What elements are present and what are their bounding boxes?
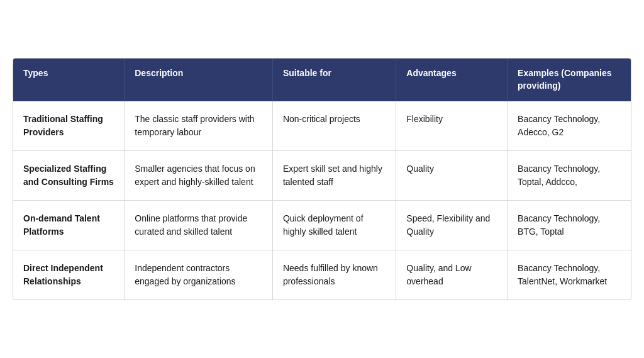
staffing-table: Types Description Suitable for Advantage…	[13, 58, 631, 299]
cell-description: Independent contractors engaged by organ…	[125, 250, 273, 299]
cell-advantages: Flexibility	[396, 101, 508, 151]
cell-type: Specialized Staffing and Consulting Firm…	[13, 150, 125, 200]
table-row: Specialized Staffing and Consulting Firm…	[13, 150, 631, 200]
cell-suitable: Expert skill set and highly talented sta…	[272, 150, 396, 200]
table-row: Traditional Staffing ProvidersThe classi…	[13, 101, 631, 151]
cell-advantages: Speed, Flexibility and Quality	[396, 200, 508, 250]
cell-description: Online platforms that provide curated an…	[125, 200, 273, 250]
header-examples: Examples (Companies providing)	[508, 59, 631, 101]
header-description: Description	[125, 59, 273, 101]
cell-examples: Bacancy Technology, BTG, Toptal	[508, 200, 631, 250]
cell-description: Smaller agencies that focus on expert an…	[125, 150, 273, 200]
cell-type: On-demand Talent Platforms	[13, 200, 125, 250]
cell-suitable: Non-critical projects	[272, 101, 396, 151]
cell-suitable: Needs fulfilled by known professionals	[272, 250, 396, 299]
cell-advantages: Quality, and Low overhead	[396, 250, 508, 299]
cell-description: The classic staff providers with tempora…	[125, 101, 273, 151]
table-header-row: Types Description Suitable for Advantage…	[13, 59, 631, 101]
cell-suitable: Quick deployment of highly skilled talen…	[272, 200, 396, 250]
cell-type: Direct Independent Relationships	[13, 250, 125, 299]
cell-advantages: Quality	[396, 150, 508, 200]
cell-examples: Bacancy Technology, Toptal, Addcco,	[508, 150, 631, 200]
header-types: Types	[13, 59, 125, 101]
header-suitable: Suitable for	[272, 59, 396, 101]
cell-examples: Bacancy Technology, TalentNet, Workmarke…	[508, 250, 631, 299]
cell-type: Traditional Staffing Providers	[13, 101, 125, 151]
table-row: Direct Independent RelationshipsIndepend…	[13, 250, 631, 299]
cell-examples: Bacancy Technology, Adecco, G2	[508, 101, 631, 151]
table-row: On-demand Talent PlatformsOnline platfor…	[13, 200, 631, 250]
header-advantages: Advantages	[396, 59, 508, 101]
